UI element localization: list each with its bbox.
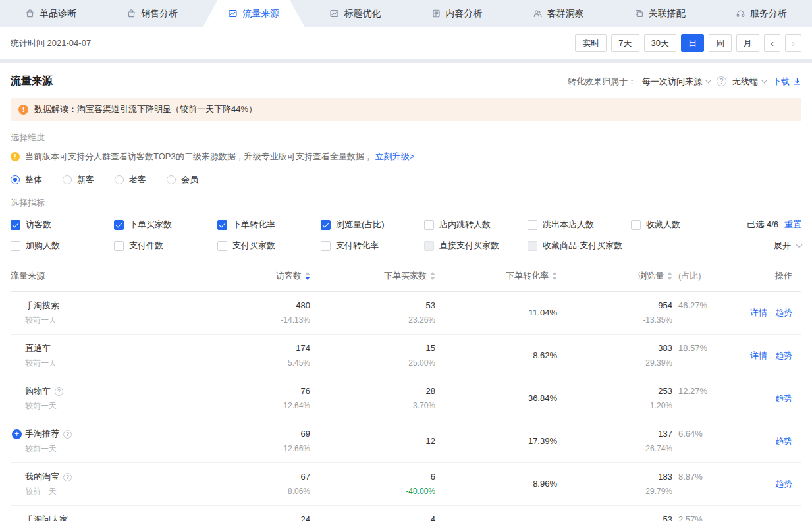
help-icon[interactable]: ?	[55, 387, 63, 396]
pv-share-value: 6.64%	[678, 429, 703, 439]
column-header-source: 流量来源	[11, 270, 228, 282]
tab-item-traffic-source[interactable]: 流量来源	[203, 0, 304, 27]
tab-item-content-analysis[interactable]: 内容分析	[406, 0, 508, 27]
range-button-week[interactable]: 周	[709, 34, 732, 52]
visitors-value: 174	[228, 342, 310, 355]
reset-link[interactable]: 重置	[784, 219, 801, 231]
checkbox-icon	[528, 220, 537, 230]
pv-value: 954	[557, 299, 672, 312]
trend-link[interactable]: 趋势	[775, 307, 792, 319]
trend-link[interactable]: 趋势	[775, 435, 792, 447]
range-button-day[interactable]: 日	[681, 34, 704, 52]
radio-old-customer[interactable]: 老客	[115, 174, 146, 186]
visitors-change: -12.64%	[228, 400, 310, 412]
metric-checkbox-pageviews[interactable]: 浏览量(占比)	[321, 219, 424, 231]
detail-link[interactable]: 详情	[750, 307, 767, 319]
sort-visitors[interactable]: 访客数	[276, 270, 310, 282]
chevron-down-icon	[761, 77, 768, 84]
tab-item-customer-insight[interactable]: 客群洞察	[508, 0, 609, 27]
pv-value: 53	[557, 513, 672, 521]
visitors-value: 480	[228, 299, 310, 312]
expand-toggle[interactable]: 展开	[774, 240, 801, 252]
people-icon	[533, 9, 543, 18]
copy-icon	[634, 9, 644, 18]
metric-checkbox-paid-cvr[interactable]: 支付转化率	[321, 240, 424, 252]
range-button-realtime[interactable]: 实时	[575, 34, 607, 52]
metric-label: 收藏商品-支付买家数	[543, 240, 622, 252]
checkbox-checked-icon	[217, 220, 227, 230]
metric-checkbox-favorites[interactable]: 收藏人数	[631, 219, 734, 231]
attribution-dropdown[interactable]: 每一次访问来源	[642, 76, 711, 88]
buyers-value: 53	[310, 299, 435, 312]
download-label: 下载	[772, 76, 790, 88]
metric-checkbox-paid-buyers[interactable]: 支付买家数	[217, 240, 321, 252]
upgrade-link[interactable]: 立刻升级>	[375, 151, 415, 163]
pv-change: -26.74%	[557, 443, 672, 454]
compare-label: 较前一天	[25, 485, 228, 497]
metric-checkbox-order-buyers[interactable]: 下单买家数	[114, 219, 217, 231]
tab-item-service-analysis[interactable]: 服务分析	[711, 0, 812, 27]
metric-checkbox-paid-items[interactable]: 支付件数	[114, 240, 217, 252]
tab-item-sales[interactable]: 销售分析	[101, 0, 203, 27]
tab-label: 客群洞察	[547, 8, 584, 20]
pv-change: 29.79%	[557, 485, 672, 497]
metric-checkbox-direct-paid-buyers: 直接支付买家数	[424, 240, 528, 252]
expand-row-icon[interactable]: +	[12, 429, 22, 439]
metric-checkbox-order-cvr[interactable]: 下单转化率	[217, 219, 321, 231]
radio-overall[interactable]: 整体	[11, 174, 42, 186]
checkbox-checked-icon	[321, 220, 331, 230]
buyers-value: 4	[310, 513, 435, 521]
metric-checkbox-bounce-visitors[interactable]: 跳出本店人数	[528, 219, 631, 231]
trend-link[interactable]: 趋势	[775, 393, 792, 404]
help-icon[interactable]: ?	[63, 430, 72, 439]
range-button-month[interactable]: 月	[736, 34, 759, 52]
tab-item-related-match[interactable]: 关联搭配	[609, 0, 711, 27]
sort-order-buyers[interactable]: 下单买家数	[384, 270, 435, 282]
source-name: 手淘问大家	[25, 513, 68, 521]
pv-change: 29.39%	[557, 357, 672, 369]
visitors-value: 24	[228, 513, 310, 521]
sort-carets-icon	[552, 272, 557, 280]
sort-carets-icon	[667, 272, 672, 280]
metric-section-label: 选择指标	[11, 197, 801, 209]
detail-link[interactable]: 详情	[750, 350, 767, 362]
table-row: 购物车? 较前一天 76-12.64% 283.70% 36.84% 2531.…	[11, 377, 801, 420]
compare-label: 较前一天	[25, 443, 228, 454]
download-link[interactable]: 下载	[772, 76, 801, 88]
trend-link[interactable]: 趋势	[775, 478, 792, 490]
metric-checkbox-add-cart[interactable]: 加购人数	[11, 240, 114, 252]
metric-checkbox-visitors[interactable]: 访客数	[11, 219, 114, 231]
sort-order-cvr[interactable]: 下单转化率	[506, 270, 557, 282]
visitors-change: 5.45%	[228, 357, 310, 369]
pv-change: 1.20%	[557, 400, 672, 412]
buyers-change: -40.00%	[310, 485, 435, 497]
range-button-30d[interactable]: 30天	[644, 34, 676, 52]
tab-label: 标题优化	[344, 8, 381, 20]
table-row: 我的淘宝? 较前一天 678.06% 6-40.00% 8.96% 18329.…	[11, 463, 801, 506]
tab-item-title-optimize[interactable]: 标题优化	[304, 0, 406, 27]
compare-label: 较前一天	[25, 400, 228, 412]
range-button-7d[interactable]: 7天	[611, 34, 639, 52]
trend-link[interactable]: 趋势	[775, 350, 792, 362]
buyers-value: 12	[310, 435, 435, 448]
metric-label: 下单买家数	[129, 219, 172, 231]
top-tab-bar: 单品诊断 销售分析 流量来源 标题优化 内容分析 客群洞察 关联搭配 服务分析	[0, 0, 812, 27]
visitors-value: 67	[228, 470, 310, 483]
metric-label: 下单转化率	[232, 219, 275, 231]
radio-member[interactable]: 会员	[167, 174, 198, 186]
dimension-radio-group: 整体 新客 老客 会员	[11, 174, 801, 186]
prev-date-button[interactable]: ‹	[764, 34, 780, 52]
metric-checkbox-in-store-jumps[interactable]: 店内跳转人数	[424, 219, 528, 231]
sort-pageviews[interactable]: 浏览量	[638, 270, 672, 282]
column-header-action: 操作	[720, 270, 801, 282]
metric-label: 支付件数	[129, 240, 163, 252]
radio-new-customer[interactable]: 新客	[63, 174, 94, 186]
help-icon[interactable]: ?	[63, 473, 72, 481]
tab-item-diagnosis[interactable]: 单品诊断	[0, 0, 101, 27]
buyers-value: 15	[310, 342, 435, 355]
terminal-dropdown[interactable]: 无线端	[732, 76, 767, 88]
date-range-buttons: 实时 7天 30天 日 周 月 ‹ ›	[575, 34, 801, 52]
help-icon[interactable]: ?	[717, 76, 726, 86]
radio-icon	[63, 175, 72, 184]
buyers-value: 6	[310, 470, 435, 483]
